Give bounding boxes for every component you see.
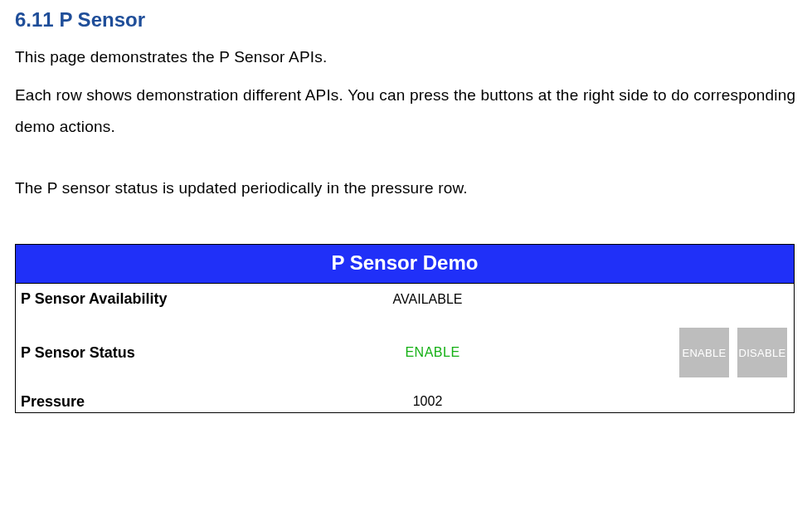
section-heading: 6.11 P Sensor — [15, 8, 797, 32]
intro-paragraph-3: The P sensor status is updated periodica… — [15, 173, 797, 204]
row-status-actions: ENABLE DISABLE — [679, 328, 794, 377]
row-pressure: Pressure 1002 — [16, 391, 794, 412]
enable-button[interactable]: ENABLE — [679, 328, 729, 377]
row-pressure-label: Pressure — [16, 391, 186, 412]
intro-paragraph-1: This page demonstrates the P Sensor APIs… — [15, 41, 797, 73]
demo-panel: P Sensor Demo P Sensor Availability AVAI… — [15, 244, 795, 413]
disable-button[interactable]: DISABLE — [737, 328, 787, 377]
row-availability-value: AVAILABLE — [186, 292, 794, 307]
row-pressure-value: 1002 — [186, 394, 794, 409]
row-status-value: ENABLE — [186, 345, 679, 360]
demo-title: P Sensor Demo — [16, 245, 794, 284]
row-availability-label: P Sensor Availability — [16, 284, 186, 314]
intro-paragraph-2: Each row shows demonstration different A… — [15, 80, 797, 143]
row-status: P Sensor Status ENABLE ENABLE DISABLE — [16, 314, 794, 391]
row-availability: P Sensor Availability AVAILABLE — [16, 284, 794, 314]
row-status-label: P Sensor Status — [16, 338, 186, 368]
